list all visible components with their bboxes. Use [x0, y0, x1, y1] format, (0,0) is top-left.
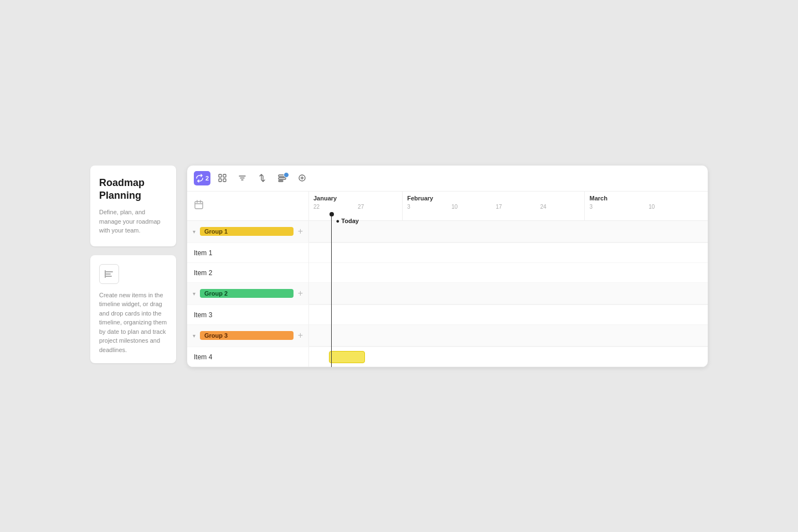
calendar-header: January 22 27 February 3 10 17 24 — [187, 192, 708, 221]
item3-cal — [309, 305, 708, 325]
group3-collapse[interactable]: ▾ — [193, 333, 195, 339]
sync-count: 2 — [205, 175, 209, 182]
group1-row: ▾ Group 1 + — [187, 221, 708, 243]
february-weeks: 3 10 17 24 — [407, 204, 584, 210]
list-header — [187, 192, 309, 220]
icon-card-description: Create new items in the timeline widget,… — [99, 291, 167, 355]
left-panel: Roadmap Planning Define, plan, and manag… — [90, 166, 176, 364]
month-march: March 3 10 — [585, 192, 708, 220]
march-weeks: 3 10 — [589, 204, 708, 210]
group3-add[interactable]: + — [298, 331, 303, 340]
group2-add[interactable]: + — [298, 289, 303, 298]
icon-card: Create new items in the timeline widget,… — [90, 255, 176, 364]
month-headers: January 22 27 February 3 10 17 24 — [309, 192, 708, 220]
timeline-widget: 2 — [187, 166, 708, 367]
group-badge — [284, 172, 289, 178]
svg-rect-3 — [105, 270, 106, 278]
item3-row: Item 3 — [187, 305, 708, 325]
march-week-3: 3 — [589, 204, 648, 210]
svg-rect-4 — [219, 174, 222, 177]
item2-cal — [309, 263, 708, 283]
group2-tag: Group 2 — [200, 289, 294, 298]
item4-row: Item 4 — [187, 347, 708, 367]
month-february: February 3 10 17 24 — [403, 192, 585, 220]
group1-tag: Group 1 — [200, 227, 294, 236]
group1-add[interactable]: + — [298, 227, 303, 236]
january-label: January — [313, 195, 402, 202]
svg-rect-0 — [105, 271, 113, 272]
group-button[interactable] — [274, 171, 290, 185]
svg-rect-1 — [105, 273, 111, 275]
svg-rect-9 — [279, 178, 286, 179]
toolbar: 2 — [187, 166, 708, 192]
group2-list: ▾ Group 2 + — [187, 283, 309, 304]
filter-button[interactable] — [234, 171, 250, 185]
all-rows: ▾ Group 1 + Item 1 — [187, 221, 708, 367]
item4-cal — [309, 347, 708, 367]
march-week-10: 10 — [648, 204, 708, 210]
item2-row: Item 2 — [187, 263, 708, 283]
svg-rect-5 — [223, 174, 226, 177]
month-january: January 22 27 — [309, 192, 403, 220]
info-card-title: Roadmap Planning — [99, 177, 167, 203]
week-10: 10 — [451, 204, 496, 210]
group1-collapse[interactable]: ▾ — [193, 229, 195, 235]
group2-collapse[interactable]: ▾ — [193, 291, 195, 297]
svg-rect-10 — [279, 180, 283, 182]
content-body: ▾ Group 1 + Item 1 — [187, 221, 708, 367]
march-label: March — [589, 195, 708, 202]
february-label: February — [407, 195, 584, 202]
item4-bar[interactable] — [329, 351, 365, 363]
svg-rect-14 — [195, 202, 203, 209]
group3-cal — [309, 325, 708, 347]
sync-button[interactable]: 2 — [194, 171, 210, 185]
svg-rect-2 — [105, 276, 112, 277]
item3-label: Item 3 — [187, 305, 309, 325]
week-27: 27 — [358, 204, 402, 210]
week-24: 24 — [540, 204, 584, 210]
group3-tag: Group 3 — [200, 331, 294, 340]
svg-rect-7 — [223, 179, 226, 182]
item1-label: Item 1 — [187, 243, 309, 263]
grid-button[interactable] — [214, 171, 230, 185]
item2-label: Item 2 — [187, 263, 309, 283]
group2-cal — [309, 283, 708, 304]
week-3: 3 — [407, 204, 451, 210]
item4-label: Item 4 — [187, 347, 309, 367]
week-17: 17 — [496, 204, 540, 210]
calendar-icon — [194, 200, 204, 212]
timeline-icon — [99, 264, 119, 284]
january-weeks: 22 27 — [313, 204, 402, 210]
group3-list: ▾ Group 3 + — [187, 325, 309, 347]
svg-rect-6 — [219, 179, 222, 182]
edit-button[interactable] — [294, 171, 310, 185]
group1-list: ▾ Group 1 + — [187, 221, 309, 242]
info-card: Roadmap Planning Define, plan, and manag… — [90, 166, 176, 246]
item1-cal — [309, 243, 708, 263]
group1-cal — [309, 221, 708, 242]
week-22: 22 — [313, 204, 358, 210]
sort-button[interactable] — [254, 171, 270, 185]
info-card-description: Define, plan, and manage your roadmap wi… — [99, 208, 167, 235]
item1-row: Item 1 — [187, 243, 708, 263]
group2-row: ▾ Group 2 + — [187, 283, 708, 305]
group3-row: ▾ Group 3 + — [187, 325, 708, 347]
